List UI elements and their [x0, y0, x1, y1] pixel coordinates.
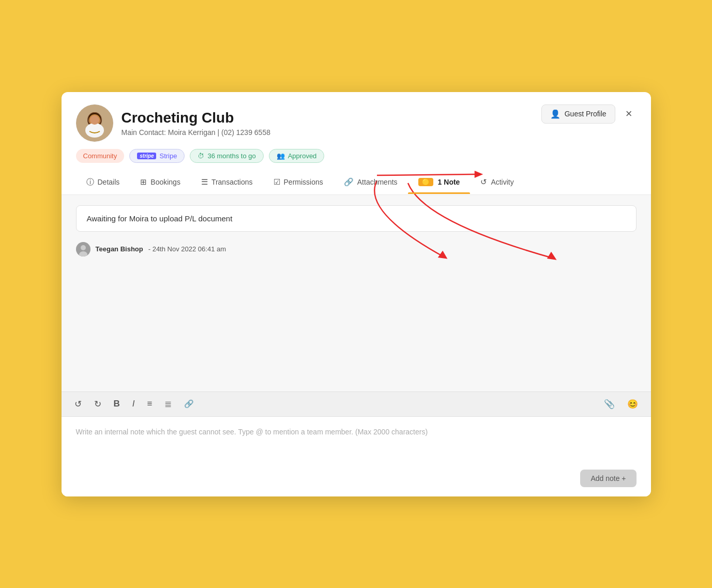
- club-title: Crocheting Club: [122, 109, 270, 127]
- svg-point-12: [81, 245, 86, 250]
- guest-profile-label: Guest Profile: [565, 110, 607, 118]
- tab-bookings[interactable]: ⊞ Bookings: [130, 171, 191, 195]
- tab-transactions-label: Transactions: [211, 178, 253, 186]
- attachments-icon: 🔗: [344, 177, 354, 187]
- tab-activity[interactable]: ↺ Activity: [470, 171, 524, 195]
- tab-attachments[interactable]: 🔗 Attachments: [334, 171, 408, 195]
- svg-point-9: [85, 123, 104, 138]
- note-content-box: Awaiting for Moira to upload P/L documen…: [76, 205, 637, 232]
- ordered-list-button[interactable]: ≣: [162, 397, 174, 411]
- link-button[interactable]: 🔗: [181, 398, 196, 410]
- emoji-button[interactable]: 😊: [625, 397, 641, 411]
- tab-notes-label: 1 Note: [438, 178, 460, 186]
- unordered-list-icon: ≡: [147, 399, 153, 409]
- header-right: 👤 Guest Profile ×: [541, 104, 637, 124]
- approved-badge: 👥 Approved: [269, 149, 325, 163]
- tab-attachments-label: Attachments: [357, 178, 398, 186]
- ordered-list-icon: ≣: [164, 399, 172, 410]
- paperclip-icon: 📎: [604, 399, 615, 410]
- approved-label: Approved: [288, 152, 317, 160]
- redo-button[interactable]: ↻: [92, 397, 104, 411]
- author-avatar: [76, 242, 90, 257]
- tab-bookings-label: Bookings: [150, 178, 180, 186]
- add-note-button[interactable]: Add note +: [580, 470, 636, 487]
- bookings-icon: ⊞: [140, 177, 147, 187]
- redo-icon: ↻: [94, 399, 101, 410]
- link-icon: 🔗: [184, 399, 194, 409]
- close-button[interactable]: ×: [622, 106, 637, 122]
- stripe-badge: stripe Stripe: [129, 149, 185, 163]
- add-note-footer: Add note +: [62, 464, 651, 496]
- approved-icon: 👥: [277, 152, 285, 160]
- bold-icon: B: [114, 399, 120, 409]
- stripe-label: Stripe: [159, 152, 177, 160]
- emoji-icon: 😊: [627, 399, 638, 410]
- modal-body: Awaiting for Moira to upload P/L documen…: [62, 195, 651, 391]
- transactions-icon: ☰: [201, 177, 208, 187]
- contact-info: Main Contact: Moira Kerrigan | (02) 1239…: [122, 128, 270, 137]
- tab-permissions[interactable]: ☑ Permissions: [263, 171, 334, 195]
- modal-header: Crocheting Club Main Contact: Moira Kerr…: [62, 92, 651, 195]
- tab-transactions[interactable]: ☰ Transactions: [191, 171, 263, 195]
- person-icon: 👤: [550, 109, 560, 119]
- undo-icon: ↺: [74, 399, 82, 410]
- guest-profile-button[interactable]: 👤 Guest Profile: [541, 104, 615, 124]
- details-icon: ⓘ: [86, 177, 94, 187]
- permissions-icon: ☑: [274, 177, 280, 187]
- tab-activity-label: Activity: [491, 178, 513, 186]
- unordered-list-button[interactable]: ≡: [145, 397, 155, 411]
- attachment-button[interactable]: 📎: [601, 397, 617, 411]
- badges-row: Community stripe Stripe ⏱ 36 months to g…: [76, 149, 637, 163]
- undo-button[interactable]: ↺: [72, 397, 84, 411]
- tabs-row: ⓘ Details ⊞ Bookings ☰ Transactions ☑ Pe…: [76, 171, 637, 194]
- tab-details[interactable]: ⓘ Details: [76, 171, 130, 195]
- add-note-label: Add note +: [590, 474, 626, 483]
- community-badge: Community: [76, 149, 125, 163]
- modal-container: Crocheting Club Main Contact: Moira Kerr…: [62, 92, 651, 496]
- stripe-logo: stripe: [137, 153, 156, 159]
- italic-icon: I: [132, 399, 135, 409]
- italic-button[interactable]: I: [130, 397, 138, 411]
- tab-permissions-label: Permissions: [284, 178, 323, 186]
- note-author-row: Teegan Bishop - 24th Nov 2022 06:41 am: [76, 242, 637, 257]
- note-count-badge: 🟡: [418, 178, 433, 186]
- club-info: Crocheting Club Main Contact: Moira Kerr…: [122, 109, 270, 137]
- note-text: Awaiting for Moira to upload P/L documen…: [87, 214, 233, 223]
- author-timestamp: - 24th Nov 2022 06:41 am: [148, 245, 226, 253]
- editor-toolbar: ↺ ↻ B I ≡ ≣ 🔗 📎 😊: [62, 391, 651, 416]
- header-left: Crocheting Club Main Contact: Moira Kerr…: [76, 104, 270, 142]
- header-top: Crocheting Club Main Contact: Moira Kerr…: [76, 104, 637, 142]
- clock-icon: ⏱: [198, 152, 204, 160]
- tab-notes[interactable]: 🟡 1 Note: [408, 171, 471, 195]
- svg-point-10: [90, 115, 99, 125]
- months-label: 36 months to go: [207, 152, 255, 160]
- tab-details-label: Details: [98, 178, 120, 186]
- months-badge: ⏱ 36 months to go: [190, 149, 263, 163]
- author-name: Teegan Bishop: [96, 245, 143, 253]
- avatar: [76, 104, 113, 142]
- note-placeholder-text: Write an internal note which the guest c…: [76, 426, 637, 454]
- note-input-area[interactable]: Write an internal note which the guest c…: [62, 416, 651, 464]
- activity-icon: ↺: [480, 177, 487, 187]
- bold-button[interactable]: B: [111, 397, 123, 411]
